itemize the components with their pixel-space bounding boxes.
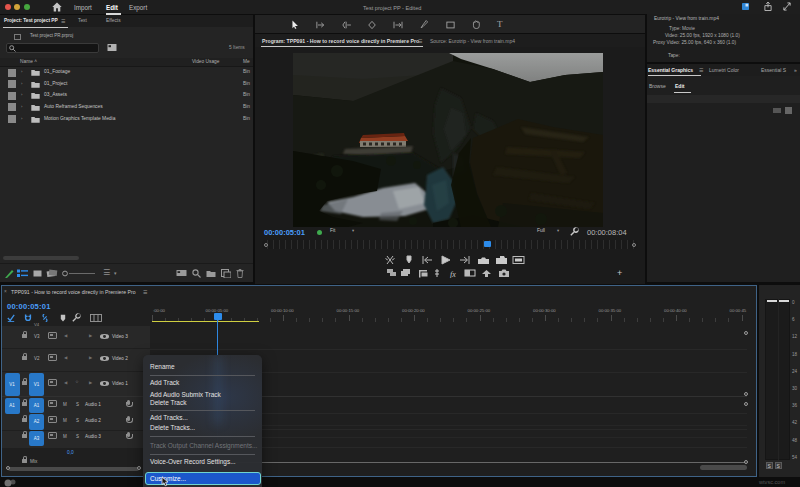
svg-text:fx: fx — [450, 270, 456, 279]
